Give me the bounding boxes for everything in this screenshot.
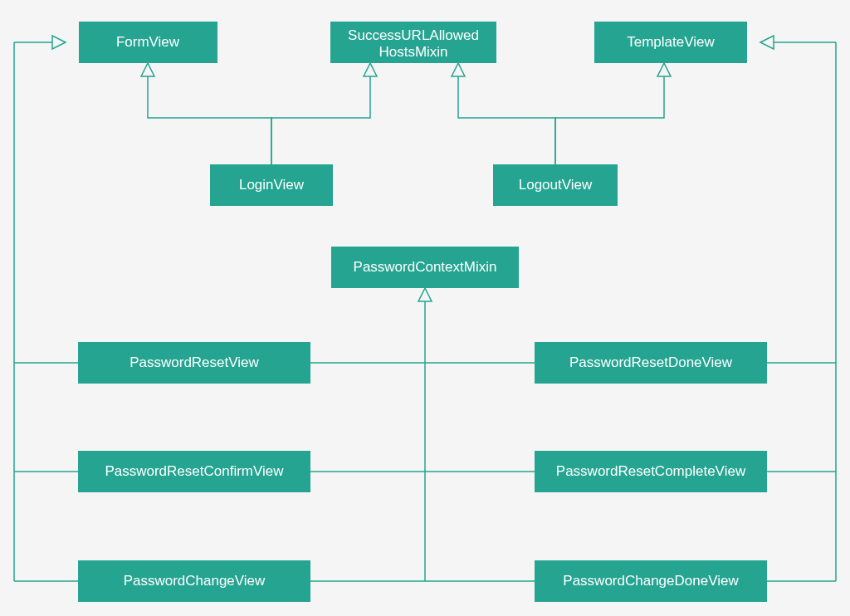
edge-bus-templateview bbox=[760, 36, 836, 581]
edge-loginview-successurl bbox=[271, 63, 377, 164]
label-passwordresetview: PasswordResetView bbox=[129, 354, 259, 370]
label-loginview: LoginView bbox=[239, 177, 305, 193]
label-successurl-line2: HostsMixin bbox=[379, 44, 447, 60]
label-logoutview: LogoutView bbox=[519, 177, 593, 193]
edge-logoutview-successurl bbox=[452, 63, 555, 164]
svg-marker-2 bbox=[452, 63, 465, 76]
label-formview: FormView bbox=[116, 34, 180, 50]
node-logoutview: LogoutView bbox=[493, 164, 618, 206]
node-passwordresetconfirmview: PasswordResetConfirmView bbox=[78, 451, 310, 492]
node-successurlallowedhostsmixin: SuccessURLAllowed HostsMixin bbox=[330, 22, 496, 63]
node-passwordchangedoneview: PasswordChangeDoneView bbox=[535, 560, 767, 602]
label-successurl-line1: SuccessURLAllowed bbox=[348, 27, 479, 43]
svg-marker-3 bbox=[657, 63, 671, 76]
edge-logoutview-templateview bbox=[555, 63, 671, 164]
node-passwordchangeview: PasswordChangeView bbox=[78, 560, 310, 602]
svg-marker-6 bbox=[760, 36, 774, 49]
node-templateview: TemplateView bbox=[594, 22, 747, 63]
svg-marker-1 bbox=[364, 63, 377, 76]
node-passwordresetview: PasswordResetView bbox=[78, 342, 310, 384]
label-passwordresetdoneview: PasswordResetDoneView bbox=[569, 354, 733, 370]
edge-bus-formview bbox=[14, 36, 66, 581]
svg-marker-5 bbox=[52, 36, 66, 49]
label-passwordresetcompleteview: PasswordResetCompleteView bbox=[556, 463, 746, 479]
edge-loginview-formview bbox=[141, 63, 271, 164]
node-passwordresetdoneview: PasswordResetDoneView bbox=[535, 342, 767, 384]
node-passwordresetcompleteview: PasswordResetCompleteView bbox=[535, 451, 767, 492]
svg-marker-4 bbox=[418, 288, 432, 301]
node-loginview: LoginView bbox=[210, 164, 333, 206]
node-passwordcontextmixin: PasswordContextMixin bbox=[331, 247, 519, 288]
label-passwordchangeview: PasswordChangeView bbox=[124, 573, 266, 589]
label-templateview: TemplateView bbox=[627, 34, 715, 50]
label-passwordresetconfirmview: PasswordResetConfirmView bbox=[105, 463, 284, 479]
node-formview: FormView bbox=[79, 22, 217, 63]
svg-marker-0 bbox=[141, 63, 154, 76]
label-passwordcontextmixin: PasswordContextMixin bbox=[354, 259, 497, 275]
edge-spine-passwordcontextmixin bbox=[418, 288, 432, 581]
label-passwordchangedoneview: PasswordChangeDoneView bbox=[563, 573, 739, 589]
